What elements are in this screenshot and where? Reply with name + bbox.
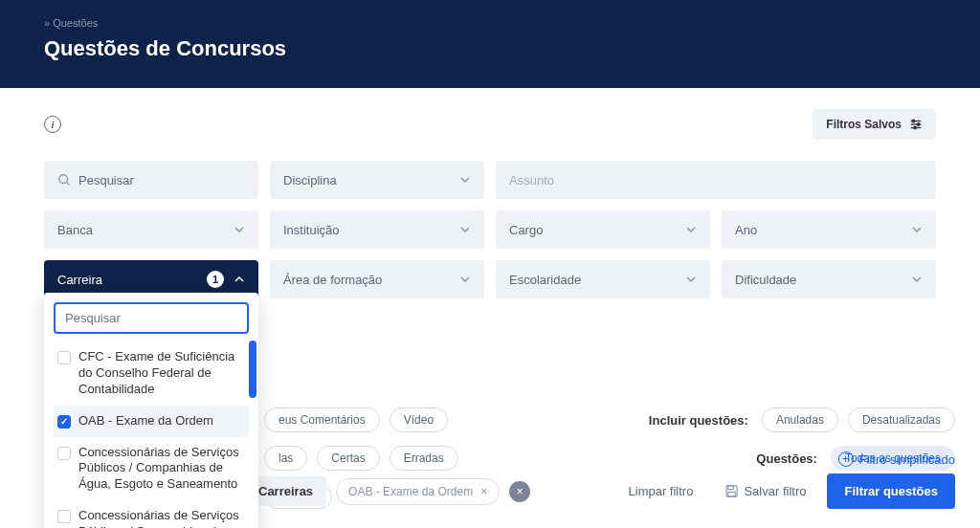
chevron-down-icon — [459, 174, 471, 186]
page-header: Questões Questões de Concursos — [0, 0, 980, 88]
chip-las[interactable]: las — [264, 446, 307, 471]
chevron-down-icon — [685, 274, 697, 285]
svg-point-5 — [914, 126, 917, 129]
clear-filter-button[interactable]: Limpar filtro — [617, 476, 705, 506]
applied-filter-chip: OAB - Exame da Ordem × — [336, 478, 500, 505]
chip-certas[interactable]: Certas — [317, 446, 379, 471]
chevron-down-icon — [911, 274, 923, 285]
chevron-down-icon — [234, 224, 245, 235]
filter-dificuldade[interactable]: Dificuldade — [722, 260, 936, 298]
save-icon — [725, 485, 738, 497]
filter-area-formacao[interactable]: Área de formação — [270, 260, 484, 298]
info-icon[interactable]: i — [44, 116, 61, 133]
checkbox-icon[interactable] — [57, 351, 71, 364]
dropdown-list[interactable]: CFC - Exame de Suficiência do Conselho F… — [54, 341, 249, 528]
checkbox-checked-icon[interactable] — [57, 415, 71, 429]
carreira-dropdown: CFC - Exame de Suficiência do Conselho F… — [44, 293, 258, 528]
saved-filters-button[interactable]: Filtros Salvos — [813, 109, 936, 140]
saved-filters-label: Filtros Salvos — [826, 118, 902, 131]
remove-chip-icon[interactable]: × — [480, 485, 487, 498]
incluir-label: Incluir questões: — [649, 413, 748, 428]
chevron-down-icon — [459, 274, 471, 285]
dropdown-item[interactable]: OAB - Exame da Ordem — [54, 406, 249, 437]
search-placeholder: Pesquisar — [78, 173, 134, 187]
checkbox-icon[interactable] — [57, 447, 71, 460]
chevron-down-icon — [685, 224, 697, 235]
save-filter-button[interactable]: Salvar filtro — [714, 476, 817, 506]
chevron-down-icon — [459, 224, 471, 235]
questoes-label: Questões: — [756, 451, 817, 466]
simplified-filter-link[interactable]: + Filtro simplificado — [838, 451, 955, 467]
checkbox-icon[interactable] — [57, 510, 71, 523]
chip-comentarios[interactable]: eus Comentários — [264, 407, 380, 432]
svg-point-6 — [59, 175, 68, 184]
chip-video[interactable]: Vídeo — [390, 407, 448, 432]
chip-anuladas[interactable]: Anuladas — [762, 407, 838, 432]
svg-rect-10 — [728, 492, 735, 496]
filter-cargo[interactable]: Cargo — [496, 210, 710, 249]
filter-instituicao[interactable]: Instituição — [270, 210, 484, 249]
plus-circle-icon: + — [838, 451, 854, 467]
filter-banca[interactable]: Banca — [44, 210, 258, 249]
svg-point-3 — [912, 120, 915, 122]
dropdown-item[interactable]: Concessionárias de Serviços Públicos / C… — [54, 500, 249, 528]
carreira-count-badge: 1 — [207, 271, 224, 288]
scrollbar[interactable] — [249, 341, 256, 398]
search-icon — [57, 173, 71, 187]
clear-chips-icon[interactable]: × — [509, 481, 530, 502]
filter-escolaridade[interactable]: Escolaridade — [496, 260, 710, 298]
dropdown-search-input[interactable] — [54, 302, 249, 334]
chevron-up-icon — [234, 274, 245, 285]
svg-line-7 — [67, 183, 70, 186]
search-input[interactable]: Pesquisar — [44, 161, 258, 199]
breadcrumb[interactable]: Questões — [44, 17, 936, 29]
filter-assunto: Assunto — [496, 161, 936, 199]
dropdown-item[interactable]: CFC - Exame de Suficiência do Conselho F… — [54, 341, 249, 406]
svg-point-4 — [917, 123, 920, 126]
chip-desatualizadas[interactable]: Desatualizadas — [848, 407, 955, 432]
chevron-down-icon — [911, 224, 923, 235]
svg-rect-9 — [728, 486, 734, 490]
filter-ano[interactable]: Ano — [722, 210, 936, 249]
filter-questions-button[interactable]: Filtrar questões — [827, 473, 955, 509]
sliders-icon — [909, 118, 923, 131]
dropdown-item[interactable]: Concessionárias de Serviços Públicos / C… — [54, 437, 249, 501]
page-title: Questões de Concursos — [44, 36, 936, 61]
filter-disciplina[interactable]: Disciplina — [270, 161, 484, 199]
chip-erradas[interactable]: Erradas — [390, 446, 458, 471]
